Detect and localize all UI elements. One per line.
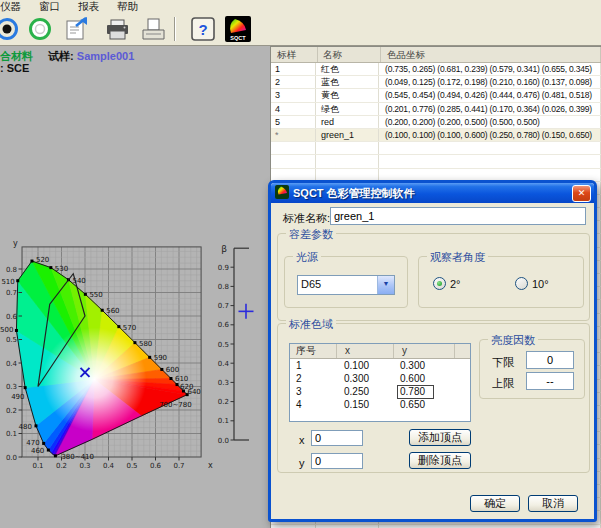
report-icon[interactable] [63, 16, 90, 43]
svg-text:480: 480 [19, 423, 32, 431]
luminance-group: 亮度因数 下限 上限 [479, 339, 585, 399]
vertex-row[interactable]: 30.2500.780 [290, 385, 470, 398]
sample-label: 试样: [48, 50, 74, 62]
delete-vertex-button[interactable]: 删除顶点 [409, 452, 471, 469]
help-glyph: ? [198, 21, 207, 38]
svg-text:0.0: 0.0 [218, 437, 229, 445]
table-row[interactable]: 4绿色(0.201, 0.776) (0.285, 0.441) (0.170,… [271, 103, 601, 116]
col-header-standard[interactable]: 标样 [271, 47, 318, 62]
table-row[interactable]: *6green_1(0.100, 0.100) (0.100, 0.600) (… [271, 129, 601, 142]
vertex-row[interactable]: 40.1500.650 [290, 398, 470, 411]
observer-2deg-radio[interactable]: 2° [433, 277, 461, 290]
radio-dot-icon [433, 277, 446, 290]
svg-text:510: 510 [1, 278, 14, 286]
svg-text:0.8: 0.8 [218, 283, 229, 291]
standard-edit-dialog: SQCT 色彩管理控制软件 ✕ 标准名称: 容差参数 光源 D65 ▼ 观察者角… [268, 180, 597, 522]
illuminant-value: D65 [298, 276, 377, 294]
table-header-row: 标样 名称 色品坐标 [271, 47, 601, 63]
help-icon[interactable]: ? [189, 16, 216, 43]
table-row-empty[interactable] [271, 142, 601, 155]
export-icon[interactable] [140, 16, 167, 43]
svg-text:640: 640 [187, 388, 200, 396]
radio-dot-icon [515, 277, 528, 290]
sqct-icon[interactable]: SQCT [224, 16, 251, 43]
edit-marker-icon: * [275, 129, 312, 141]
svg-text:0.5: 0.5 [218, 341, 229, 349]
svg-text:0.4: 0.4 [218, 360, 230, 368]
menu-instrument[interactable]: 仪器 [0, 0, 30, 14]
vertex-col-x: x [337, 344, 394, 358]
material-label: 合材料 [0, 50, 33, 62]
lower-limit-input[interactable] [526, 351, 574, 369]
standard-name-input[interactable] [330, 207, 586, 225]
svg-text:0.7: 0.7 [173, 462, 184, 470]
gamut-group: 标准色域 序号 x y 10.1000.30020.3000.60030.250… [277, 323, 590, 473]
svg-text:0.9: 0.9 [218, 264, 229, 272]
table-row[interactable]: 1红色(0.735, 0.265) (0.681, 0.239) (0.579,… [271, 63, 601, 76]
print-icon[interactable] [104, 16, 131, 43]
toolbar-separator [174, 17, 176, 41]
vertex-row[interactable]: 20.3000.600 [290, 372, 470, 385]
svg-text:0.6: 0.6 [150, 462, 162, 470]
svg-text:590: 590 [154, 354, 167, 362]
y-coord-label: y [299, 457, 305, 469]
illuminant-group: 光源 D65 ▼ [284, 256, 408, 308]
measure-icon[interactable] [0, 16, 20, 43]
table-row[interactable]: 2蓝色(0.049, 0.125) (0.172, 0.198) (0.210,… [271, 76, 601, 89]
table-row[interactable]: 5red(0.200, 0.200) (0.200, 0.500) (0.500… [271, 116, 601, 129]
observer-10deg-label: 10° [532, 278, 549, 290]
vertex-header-row: 序号 x y [290, 344, 470, 359]
svg-text:β: β [221, 244, 227, 254]
x-coord-input[interactable] [311, 430, 363, 446]
chevron-down-icon[interactable]: ▼ [377, 276, 394, 294]
vertex-table-body: 10.1000.30020.3000.60030.2500.78040.1500… [290, 359, 470, 411]
svg-text:0.3: 0.3 [79, 462, 90, 470]
add-vertex-button[interactable]: 添加顶点 [409, 429, 471, 446]
menu-help[interactable]: 帮助 [108, 0, 147, 14]
svg-text:0.0: 0.0 [6, 454, 17, 462]
lower-limit-label: 下限 [492, 355, 514, 370]
svg-text:0.2: 0.2 [6, 407, 17, 415]
table-row-empty[interactable] [271, 155, 601, 168]
sqct-dialog-icon [275, 185, 289, 201]
upper-limit-input[interactable] [526, 372, 574, 390]
observer-group: 观察者角度 2° 10° [418, 256, 584, 308]
y-coord-input[interactable] [311, 453, 363, 469]
svg-text:0.6: 0.6 [6, 313, 18, 321]
svg-text:530: 530 [55, 265, 68, 273]
vertex-y-edit-box[interactable]: 0.780 [397, 385, 434, 399]
svg-text:SQCT: SQCT [230, 35, 246, 41]
illuminant-group-label: 光源 [293, 250, 321, 265]
ok-button[interactable]: 确定 [470, 495, 520, 512]
close-icon[interactable]: ✕ [572, 185, 591, 202]
illuminant-select[interactable]: D65 ▼ [297, 275, 395, 295]
observer-10deg-radio[interactable]: 10° [515, 277, 549, 290]
calibrate-icon[interactable] [26, 16, 53, 43]
table-row-empty[interactable] [271, 525, 601, 528]
menu-report[interactable]: 报表 [69, 0, 108, 14]
luminance-group-label: 亮度因数 [488, 333, 538, 348]
table-row[interactable]: 3黄色(0.545, 0.454) (0.494, 0.426) (0.444,… [271, 89, 601, 102]
svg-text:490: 490 [11, 393, 24, 401]
cancel-button[interactable]: 取消 [528, 495, 578, 512]
toolbar: ? SQCT [0, 13, 601, 46]
svg-text:0.4: 0.4 [103, 462, 115, 470]
svg-text:460: 460 [31, 447, 44, 455]
menu-window[interactable]: 窗口 [30, 0, 69, 14]
svg-text:0.8: 0.8 [6, 266, 17, 274]
svg-text:560: 560 [106, 307, 119, 315]
col-header-coords[interactable]: 色品坐标 [381, 47, 601, 62]
svg-text:0.2: 0.2 [56, 462, 67, 470]
svg-text:0.6: 0.6 [218, 321, 230, 329]
svg-text:380~410: 380~410 [61, 453, 94, 461]
svg-text:0.7: 0.7 [218, 302, 229, 310]
svg-text:470: 470 [26, 439, 39, 447]
svg-text:0.1: 0.1 [32, 462, 43, 470]
tolerance-group-label: 容差参数 [286, 227, 336, 242]
mode-label: : SCE [0, 62, 29, 74]
col-header-name[interactable]: 名称 [318, 47, 381, 62]
svg-text:570: 570 [123, 324, 136, 332]
vertex-row[interactable]: 10.1000.300 [290, 359, 470, 372]
svg-text:0.4: 0.4 [6, 360, 18, 368]
dialog-titlebar[interactable]: SQCT 色彩管理控制软件 ✕ [271, 183, 594, 203]
